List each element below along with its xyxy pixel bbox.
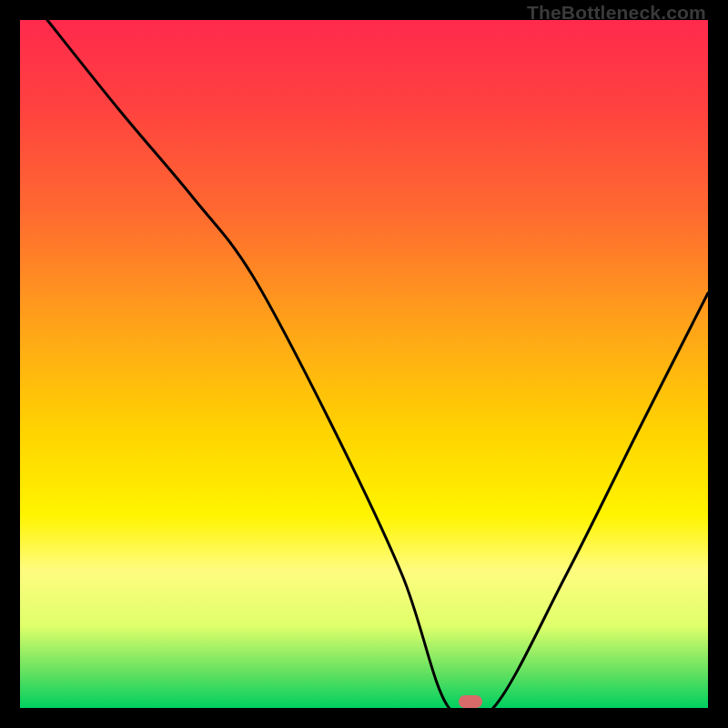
optimal-marker (459, 695, 482, 708)
bottleneck-curve (20, 20, 708, 708)
chart-frame: TheBottleneck.com (0, 0, 728, 728)
